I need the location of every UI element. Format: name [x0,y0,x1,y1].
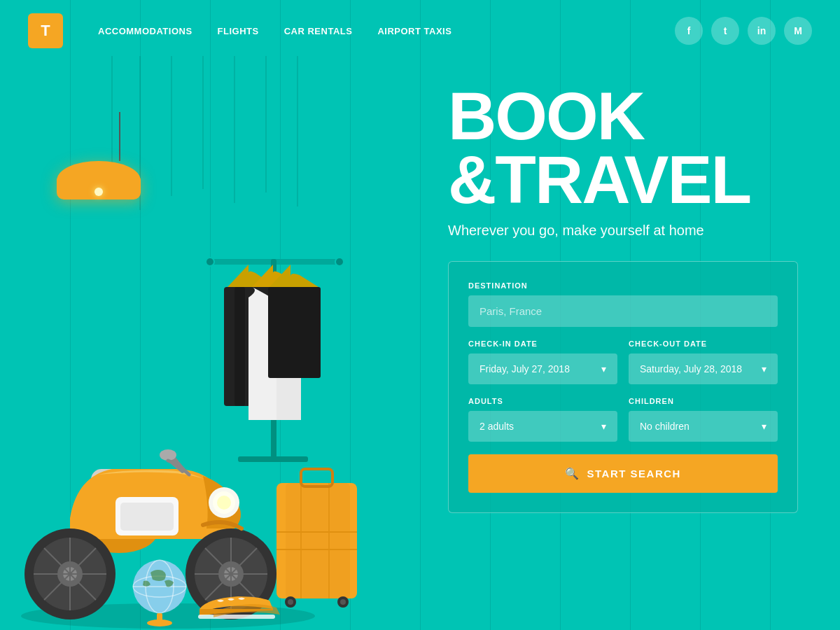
svg-point-24 [206,258,214,265]
adults-label: ADULTS [468,397,617,405]
svg-rect-21 [238,456,308,462]
checkout-chevron-down-icon: ▾ [762,363,766,374]
svg-point-18 [340,599,346,605]
nav-airport-taxis[interactable]: AIRPORT TAXIS [377,26,451,36]
svg-point-59 [147,620,172,626]
children-col: CHILDREN No children ▾ [629,397,778,442]
main-illustration [0,112,406,630]
children-chevron-down-icon: ▾ [762,421,766,432]
checkin-chevron-down-icon: ▾ [601,363,606,374]
checkin-value: Friday, July 27, 2018 [479,363,596,374]
illustration-area [0,56,406,630]
svg-rect-28 [268,287,321,378]
destination-label: DESTINATION [468,281,778,290]
nav-accommodations[interactable]: ACCOMMODATIONS [98,26,192,36]
svg-rect-60 [198,615,275,619]
hero-content: BOOK &TRAVEL Wherever you go, make yours… [448,84,798,513]
nav-flights[interactable]: FLIGHTS [218,26,259,36]
children-value: No children [640,421,756,432]
checkout-select[interactable]: Saturday, July 28, 2018 ▾ [629,354,778,384]
hero-subtitle: Wherever you go, make yourself at home [448,223,798,239]
logo[interactable]: T [28,13,63,48]
header: T ACCOMMODATIONS FLIGHTS CAR RENTALS AIR… [0,0,840,62]
adults-col: ADULTS 2 adults ▾ [468,397,617,442]
svg-point-17 [288,599,293,605]
svg-point-36 [217,496,231,510]
checkout-label: CHECK-OUT DATE [629,340,778,348]
hero-title: BOOK &TRAVEL [448,84,798,211]
adults-chevron-down-icon: ▾ [601,421,606,432]
svg-rect-33 [120,503,174,531]
checkout-value: Saturday, July 28, 2018 [640,363,756,374]
date-row: CHECK-IN DATE Friday, July 27, 2018 ▾ CH… [468,340,778,384]
facebook-icon[interactable]: f [675,17,703,45]
svg-rect-27 [234,287,245,406]
children-label: CHILDREN [629,397,778,405]
checkout-col: CHECK-OUT DATE Saturday, July 28, 2018 ▾ [629,340,778,384]
main-nav: ACCOMMODATIONS FLIGHTS CAR RENTALS AIRPO… [98,26,675,36]
svg-point-25 [336,258,343,265]
social-icons: f t in M [675,17,812,45]
destination-input[interactable] [468,295,778,327]
adults-select[interactable]: 2 adults ▾ [468,411,617,442]
checkin-col: CHECK-IN DATE Friday, July 27, 2018 ▾ [468,340,617,384]
nav-car-rentals[interactable]: CAR RENTALS [284,26,353,36]
adults-value: 2 adults [479,421,596,432]
svg-rect-9 [286,483,350,598]
checkin-label: CHECK-IN DATE [468,340,617,348]
booking-form: DESTINATION CHECK-IN DATE Friday, July 2… [448,261,798,513]
checkin-select[interactable]: Friday, July 27, 2018 ▾ [468,354,617,384]
twitter-icon[interactable]: t [711,17,739,45]
children-select[interactable]: No children ▾ [629,411,778,442]
search-button-label: START SEARCH [587,468,681,479]
medium-icon[interactable]: M [784,17,812,45]
search-icon: 🔍 [565,467,580,480]
search-button[interactable]: 🔍 START SEARCH [468,454,778,493]
linkedin-icon[interactable]: in [748,17,776,45]
guests-row: ADULTS 2 adults ▾ CHILDREN No children ▾ [468,397,778,442]
